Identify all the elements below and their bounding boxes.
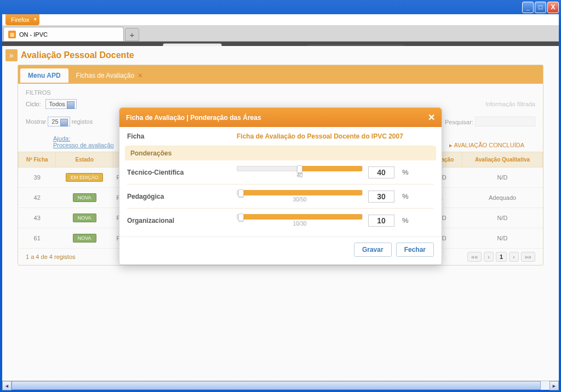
ponderacao-input[interactable]: [368, 215, 394, 227]
window-titlebar: _ □ X: [0, 0, 561, 14]
horizontal-scrollbar[interactable]: ◄ ►: [2, 381, 559, 390]
new-tab-button[interactable]: +: [125, 28, 139, 41]
browser-tab[interactable]: ▦ ON - IPVC: [3, 27, 124, 41]
modal-ficha-value: Ficha de Avaliação do Pessoal Docente do…: [237, 132, 403, 140]
scroll-right-button[interactable]: ►: [549, 381, 559, 390]
window-minimize-button[interactable]: _: [522, 2, 534, 13]
tab-title: ON - IPVC: [19, 31, 48, 38]
scroll-left-button[interactable]: ◄: [2, 381, 12, 390]
ponderacao-input[interactable]: [368, 166, 394, 178]
browser-tabstrip: ▦ ON - IPVC +: [2, 25, 559, 42]
slider-thumb[interactable]: [238, 214, 244, 221]
percent-sign: %: [402, 192, 409, 200]
gravar-button[interactable]: Gravar: [354, 243, 392, 257]
ponderacao-label: Pedagógica: [127, 193, 237, 200]
tab-favicon-icon: ▦: [8, 31, 16, 38]
slider-sublabel: 30/50: [237, 197, 363, 203]
window-maximize-button[interactable]: □: [535, 2, 546, 13]
slider-thumb[interactable]: [238, 189, 244, 197]
ponderacao-slider[interactable]: [237, 166, 363, 171]
modal-ponderacoes-section: Ponderações: [125, 146, 436, 160]
percent-sign: %: [402, 168, 409, 176]
modal-ficha-label: Ficha: [127, 132, 237, 140]
slider-sublabel: 10/30: [237, 221, 363, 227]
ponderacao-input[interactable]: [368, 191, 394, 203]
slider-thumb[interactable]: [297, 165, 302, 173]
modal-close-button[interactable]: ✕: [428, 112, 435, 123]
ponderacao-slider[interactable]: [237, 214, 363, 220]
ponderacao-slider[interactable]: [237, 190, 363, 195]
scroll-thumb[interactable]: [12, 381, 541, 390]
firefox-menu-button[interactable]: Firefox: [5, 14, 39, 25]
slider-sublabel: 40: [237, 172, 363, 178]
percent-sign: %: [402, 216, 409, 224]
ponderacao-modal: Ficha de Avaliação | Ponderação das Área…: [119, 107, 442, 265]
fechar-button[interactable]: Fechar: [396, 243, 434, 257]
ponderacao-label: Técnico-Científica: [127, 169, 237, 176]
window-close-button[interactable]: X: [547, 2, 559, 13]
ponderacao-label: Organizacional: [127, 217, 237, 224]
modal-overlay: Ficha de Avaliação | Ponderação das Área…: [2, 46, 559, 380]
modal-title: Ficha de Avaliação | Ponderação das Área…: [126, 114, 261, 122]
